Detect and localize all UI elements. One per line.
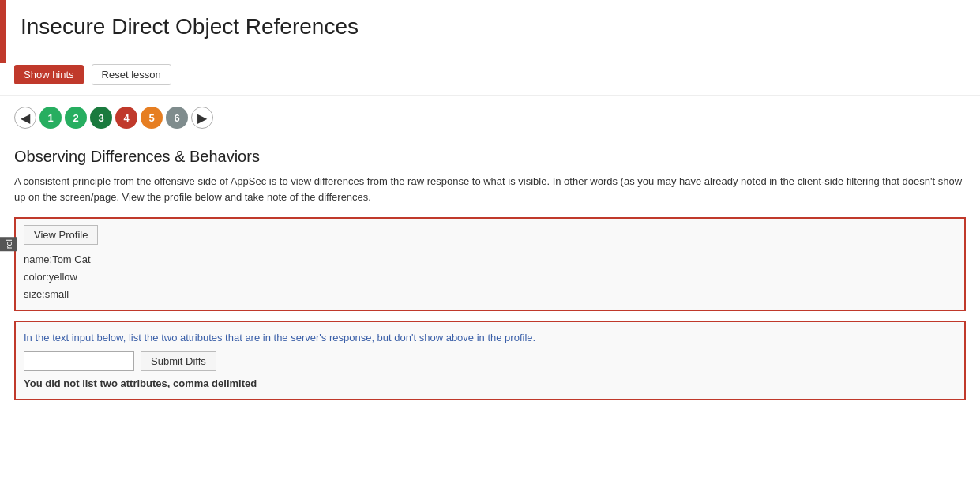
profile-name: name:Tom Cat <box>24 251 956 268</box>
page-5-button[interactable]: 5 <box>141 107 163 129</box>
profile-box: View Profile name:Tom Cat color:yellow s… <box>14 217 966 311</box>
side-label: rol <box>0 237 17 251</box>
diffs-instruction: In the text input below, list the two at… <box>24 332 956 343</box>
section-title: Observing Differences & Behaviors <box>14 148 966 166</box>
submit-diffs-button[interactable]: Submit Diffs <box>141 351 216 371</box>
page-3-button[interactable]: 3 <box>90 107 112 129</box>
show-hints-button[interactable]: Show hints <box>14 65 84 84</box>
page-1-button[interactable]: 1 <box>39 107 62 129</box>
pagination: ◀ 1 2 3 4 5 6 ▶ <box>0 96 980 140</box>
section-description: A consistent principle from the offensiv… <box>14 174 966 204</box>
red-accent-bar <box>0 0 6 63</box>
page-4-button[interactable]: 4 <box>115 107 137 129</box>
page-2-button[interactable]: 2 <box>65 107 87 129</box>
diffs-input-row: Submit Diffs <box>24 351 956 371</box>
next-page-button[interactable]: ▶ <box>191 107 213 129</box>
prev-page-button[interactable]: ◀ <box>14 107 36 129</box>
page-6-button[interactable]: 6 <box>166 107 188 129</box>
content-area: Observing Differences & Behaviors A cons… <box>0 140 980 416</box>
reset-lesson-button[interactable]: Reset lesson <box>92 64 171 85</box>
error-message: You did not list two attributes, comma d… <box>24 377 956 389</box>
profile-data: name:Tom Cat color:yellow size:small <box>24 251 956 303</box>
profile-color: color:yellow <box>24 268 956 286</box>
page-title: Insecure Direct Object References <box>21 14 966 39</box>
view-profile-button[interactable]: View Profile <box>24 225 98 245</box>
toolbar: Show hints Reset lesson <box>0 54 980 96</box>
profile-size: size:small <box>24 286 956 303</box>
title-bar: Insecure Direct Object References <box>0 0 980 54</box>
diffs-text-input[interactable] <box>24 351 134 371</box>
diffs-box: In the text input below, list the two at… <box>14 321 966 400</box>
